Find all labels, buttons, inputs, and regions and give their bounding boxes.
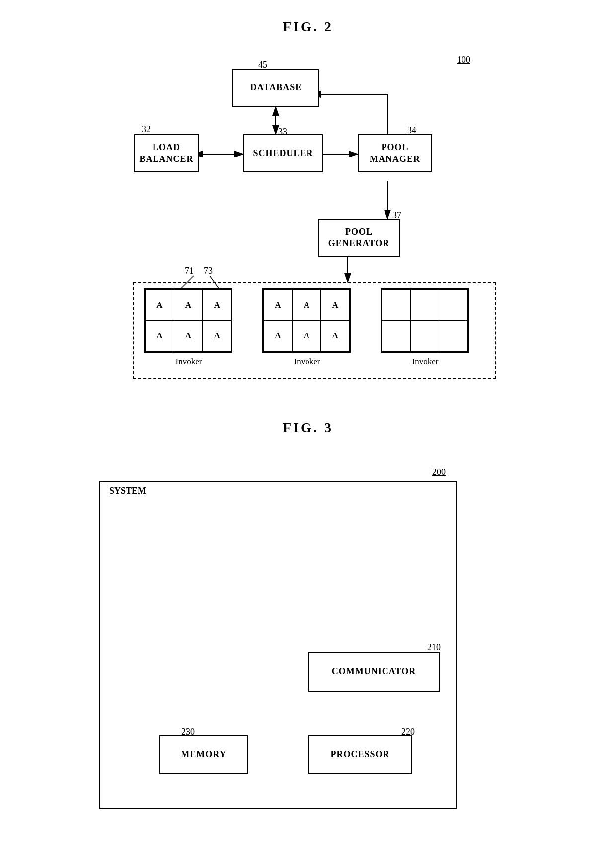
ref-71: 71	[185, 266, 194, 276]
cell-a: A	[264, 290, 293, 321]
pool-generator-box: POOL GENERATOR	[318, 219, 400, 257]
cell-a: A	[264, 320, 293, 352]
ref-73: 73	[204, 266, 213, 276]
cell-a: A	[146, 320, 174, 352]
invoker3-label: Invoker	[400, 357, 450, 367]
cell-a: A	[292, 320, 321, 352]
ref-33: 33	[278, 127, 287, 137]
ref-200: 200	[432, 467, 446, 477]
ref-220: 220	[401, 727, 415, 737]
scheduler-box: SCHEDULER	[243, 134, 323, 172]
processor-box: PROCESSOR	[308, 735, 412, 774]
cell-a: A	[321, 320, 350, 352]
cell-a: A	[146, 290, 174, 321]
communicator-box: COMMUNICATOR	[308, 652, 440, 692]
invoker2-label: Invoker	[282, 357, 332, 367]
invoker1-label: Invoker	[164, 357, 214, 367]
ref-45: 45	[258, 60, 267, 70]
invoker1-grid: A A A A A A	[144, 288, 232, 353]
ref-100: 100	[457, 55, 470, 65]
cell-a: A	[174, 320, 203, 352]
cell-a: A	[203, 320, 231, 352]
memory-box: MEMORY	[159, 735, 248, 774]
cell-a: A	[321, 290, 350, 321]
pool-manager-box: POOL MANAGER	[358, 134, 432, 172]
cell-a: A	[174, 290, 203, 321]
system-label: SYSTEM	[109, 486, 146, 496]
ref-230: 230	[181, 727, 195, 737]
cell-a: A	[203, 290, 231, 321]
invoker3-grid	[381, 288, 469, 353]
ref-32: 32	[142, 124, 151, 135]
fig3-title: FIG. 3	[283, 420, 333, 435]
ref-210: 210	[427, 642, 441, 653]
load-balancer-box: LOAD BALANCER	[134, 134, 199, 172]
ref-37: 37	[392, 210, 401, 221]
cell-a: A	[292, 290, 321, 321]
ref-34: 34	[407, 125, 416, 136]
database-box: DATABASE	[232, 69, 319, 107]
fig2-title: FIG. 2	[283, 19, 333, 34]
invoker2-grid: A A A A A A	[262, 288, 351, 353]
